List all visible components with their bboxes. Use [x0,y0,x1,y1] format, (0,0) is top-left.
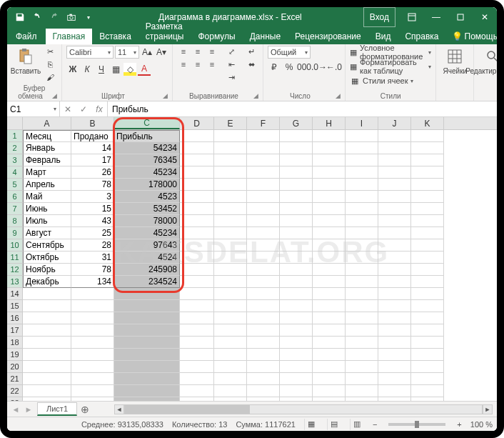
cell[interactable]: Август [23,227,71,239]
cell[interactable] [313,385,346,397]
cell[interactable] [378,312,411,324]
cell[interactable] [346,215,378,227]
cell[interactable]: Май [23,191,71,203]
cell[interactable] [411,203,444,215]
cell[interactable] [247,264,280,276]
border-icon[interactable]: ▦ [109,63,122,76]
cell[interactable] [247,385,280,397]
cell[interactable] [280,385,313,397]
cell[interactable] [378,179,411,191]
cell[interactable]: 78 [71,264,114,276]
cell[interactable] [280,154,313,166]
cell[interactable] [313,337,346,349]
cell[interactable] [313,166,346,179]
cell[interactable] [378,264,411,276]
cell[interactable] [180,300,214,312]
sheet-tab[interactable]: Лист1 [37,402,77,416]
bold-button[interactable]: Ж [66,63,79,76]
cell[interactable] [180,203,214,215]
cell[interactable] [346,239,378,252]
ribbon-options-icon[interactable] [400,7,424,27]
cell[interactable] [313,300,346,312]
italic-button[interactable]: К [81,63,94,76]
cell[interactable] [378,252,411,264]
cell[interactable] [23,349,71,361]
cell[interactable] [247,130,280,142]
cell[interactable] [411,239,444,252]
copy-icon[interactable]: ⎘ [43,59,57,70]
cell[interactable] [180,324,214,337]
cell[interactable] [378,397,411,401]
cut-icon[interactable]: ✂ [43,46,57,57]
row-header[interactable]: 11 [7,252,23,264]
zoom-level[interactable]: 100 % [470,420,493,429]
cell[interactable] [247,239,280,252]
cell[interactable] [313,276,346,288]
row-header[interactable]: 12 [7,264,23,276]
cell[interactable] [247,203,280,215]
cell[interactable] [214,361,247,373]
cell[interactable] [313,191,346,203]
cell[interactable] [411,385,444,397]
cell[interactable] [280,397,313,401]
cell[interactable] [180,385,214,397]
comma-icon[interactable]: 000 [298,61,311,74]
cell[interactable] [346,252,378,264]
wrap-text-icon[interactable]: ↵ [244,46,258,57]
cell[interactable] [214,191,247,203]
cell[interactable] [23,312,71,324]
cell[interactable] [114,349,180,361]
enter-icon[interactable]: ✓ [76,104,91,114]
cell[interactable] [180,276,214,288]
add-sheet-icon[interactable]: ⊕ [77,404,93,415]
cell[interactable] [378,324,411,337]
cell[interactable] [114,361,180,373]
tab-review[interactable]: Рецензирование [288,29,368,44]
zoom-out-icon[interactable]: − [373,420,377,429]
sheet-nav-prev-icon[interactable]: ◄ [10,405,21,414]
cell[interactable] [23,361,71,373]
row-header[interactable]: 7 [7,203,23,215]
cell[interactable]: 15 [71,203,114,215]
cell[interactable] [247,154,280,166]
dialog-launcher-icon[interactable]: ◢ [251,92,258,99]
column-header[interactable]: C [114,117,180,129]
cell[interactable] [378,166,411,179]
cell[interactable]: 53452 [114,203,180,215]
dialog-launcher-icon[interactable]: ◢ [333,92,341,99]
cell[interactable] [247,373,280,385]
select-all-corner[interactable] [7,117,23,129]
cell[interactable] [411,227,444,239]
camera-icon[interactable] [63,7,80,27]
cell[interactable] [114,397,180,401]
cell[interactable] [346,373,378,385]
orientation-icon[interactable]: ⤢ [224,46,238,57]
cell[interactable] [214,264,247,276]
cell[interactable] [214,373,247,385]
cell[interactable] [180,154,214,166]
cell[interactable] [71,385,114,397]
close-icon[interactable]: ✕ [473,7,497,27]
cell[interactable] [71,300,114,312]
cell[interactable]: Февраль [23,154,71,166]
row-header[interactable]: 1 [7,130,23,142]
cell[interactable] [180,397,214,401]
cell[interactable] [280,142,313,154]
cell[interactable] [214,300,247,312]
cell[interactable] [313,361,346,373]
cell[interactable] [346,349,378,361]
cell[interactable] [214,215,247,227]
cell[interactable] [280,288,313,300]
cell[interactable] [411,264,444,276]
cell[interactable] [180,264,214,276]
cell[interactable] [411,288,444,300]
cell[interactable] [180,227,214,239]
cell[interactable] [411,154,444,166]
cell[interactable] [247,397,280,401]
cell[interactable] [114,324,180,337]
align-top-icon[interactable]: ≡ [177,46,190,57]
cell[interactable] [411,276,444,288]
cell[interactable] [378,385,411,397]
cell[interactable] [411,130,444,142]
cell[interactable] [114,300,180,312]
